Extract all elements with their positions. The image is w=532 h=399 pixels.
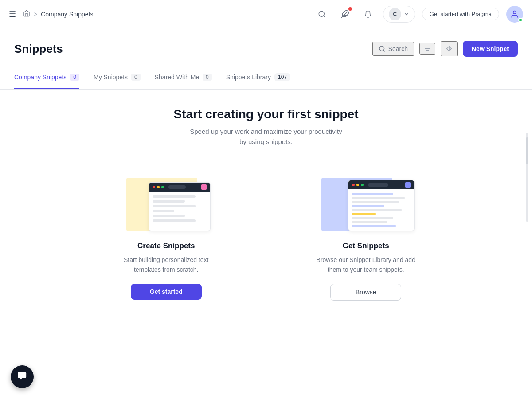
sort-icon (445, 45, 453, 53)
filter-icon (424, 47, 431, 51)
breadcrumb-current: Company Snippets (41, 11, 93, 18)
search-label: Search (388, 45, 408, 52)
illus-browser-content (149, 192, 210, 228)
tab-company-snippets-badge: 0 (70, 74, 79, 81)
create-get-started-button[interactable]: Get started (131, 284, 202, 300)
sort-button[interactable] (441, 41, 458, 56)
search-nav-button[interactable] (314, 6, 330, 22)
page-title: Snippets (14, 42, 63, 56)
search-button[interactable]: Search (372, 42, 414, 56)
tab-shared-with-me[interactable]: Shared With Me 0 (155, 66, 212, 89)
tab-library-badge: 107 (274, 73, 290, 81)
empty-state-heading: Start creating your first snippet (174, 107, 359, 121)
page-header: Snippets Search New Snippet (0, 28, 532, 66)
svg-point-4 (513, 11, 516, 14)
get-card-title: Get Snippets (343, 242, 389, 250)
top-navigation: ☰ > Company Snippets (0, 0, 532, 28)
get-snippets-card: Get Snippets Browse our Snippet Library … (266, 164, 466, 315)
tab-company-snippets-label: Company Snippets (14, 74, 66, 81)
search-icon (379, 45, 386, 52)
illus-get-content (348, 189, 414, 231)
extensions-button[interactable] (337, 6, 353, 22)
workspace-avatar: C (389, 8, 401, 20)
online-status-dot (518, 18, 523, 22)
create-card-title: Create Snippets (137, 242, 195, 250)
dot-yellow (157, 186, 160, 188)
cards-container: Create Snippets Start building personali… (66, 164, 466, 315)
tab-my-snippets[interactable]: My Snippets 0 (94, 66, 141, 89)
browse-button[interactable]: Browse (330, 284, 401, 301)
notification-badge (348, 7, 352, 11)
hamburger-menu-icon[interactable]: ☰ (9, 9, 16, 19)
get-started-button[interactable]: Get started with Pragma (422, 8, 499, 20)
tab-shared-label: Shared With Me (155, 74, 199, 81)
illus-purple-icon (405, 182, 411, 188)
tab-my-snippets-badge: 0 (131, 74, 141, 81)
illus-browser-bar (149, 183, 210, 192)
chat-widget-button[interactable] (11, 365, 34, 388)
tab-snippets-library[interactable]: Snippets Library 107 (226, 66, 290, 89)
get-card-desc: Browse our Snippet Library and addthem t… (317, 255, 415, 275)
tab-company-snippets[interactable]: Company Snippets 0 (14, 66, 79, 89)
notifications-button[interactable] (360, 6, 376, 22)
tab-library-label: Snippets Library (226, 74, 271, 81)
empty-state-subtext: Speed up your work and maximize your pro… (190, 127, 342, 147)
svg-line-6 (383, 50, 385, 51)
svg-line-1 (323, 16, 325, 17)
dot-green (161, 186, 164, 188)
create-card-desc: Start building personalized texttemplate… (124, 255, 208, 275)
user-menu[interactable] (506, 6, 523, 23)
create-snippets-card: Create Snippets Start building personali… (66, 164, 266, 315)
tabs-navigation: Company Snippets 0 My Snippets 0 Shared … (0, 66, 532, 90)
tab-my-snippets-label: My Snippets (94, 74, 128, 81)
tab-shared-badge: 0 (203, 74, 212, 81)
chevron-down-icon (404, 12, 409, 17)
illus-get-browser-window (348, 180, 415, 231)
scrollbar-track[interactable] (526, 133, 528, 222)
breadcrumb-separator: > (34, 11, 37, 18)
home-icon[interactable] (23, 10, 30, 19)
illus-pink-icon (201, 184, 207, 190)
chat-icon (17, 371, 27, 383)
illus-browser-window (149, 182, 211, 231)
workspace-selector[interactable]: C (383, 6, 415, 23)
get-illustration (317, 164, 415, 231)
new-snippet-button[interactable]: New Snippet (463, 41, 518, 57)
scrollbar-thumb[interactable] (526, 137, 528, 164)
filter-button[interactable] (419, 43, 435, 55)
create-illustration (117, 164, 215, 231)
illus-get-browser-bar (348, 180, 414, 189)
main-content: Start creating your first snippet Speed … (0, 90, 532, 332)
dot-red (153, 186, 155, 188)
